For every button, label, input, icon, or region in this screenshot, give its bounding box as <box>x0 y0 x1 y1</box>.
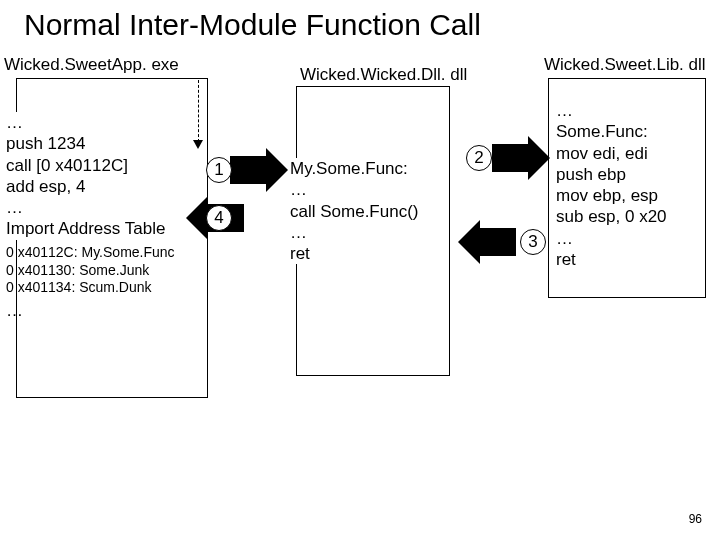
module-label-dll: Wicked.Wicked.Dll. dll <box>300 65 467 85</box>
step-4: 4 <box>206 205 232 231</box>
slide-title: Normal Inter-Module Function Call <box>0 0 720 42</box>
code-app-tail: … <box>6 300 23 321</box>
step-2: 2 <box>466 145 492 171</box>
module-label-lib: Wicked.Sweet.Lib. dll <box>544 55 706 75</box>
module-label-app: Wicked.SweetApp. exe <box>4 55 179 75</box>
dashed-arrowhead-icon <box>193 140 203 149</box>
step-1: 1 <box>206 157 232 183</box>
code-lib-body: … Some.Func: mov edi, edi push ebp mov e… <box>556 100 667 270</box>
code-app-main: … push 1234 call [0 x40112C] add esp, 4 … <box>6 112 165 240</box>
code-app-iat: 0 x40112C: My.Some.Func 0 x401130: Some.… <box>6 244 175 297</box>
step-3: 3 <box>520 229 546 255</box>
dashed-connector <box>198 80 199 142</box>
slide-number: 96 <box>689 512 702 526</box>
code-dll-body: My.Some.Func: … call Some.Func() … ret <box>290 158 418 264</box>
